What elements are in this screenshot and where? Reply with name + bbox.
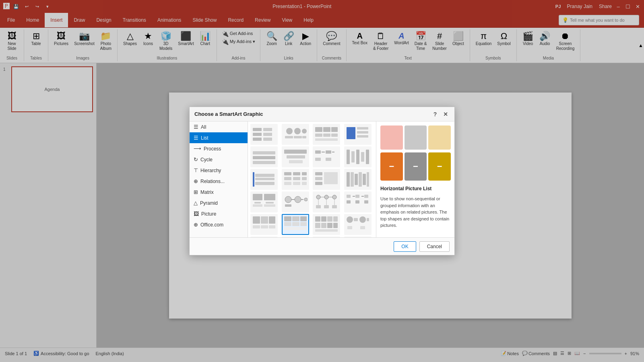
cat-relations[interactable]: ⊕ Relations... [190,176,248,187]
svg-rect-85 [324,205,329,208]
cat-officecom[interactable]: ⊕ Office.com [190,219,248,230]
svg-rect-18 [315,138,338,141]
svg-rect-113 [321,223,326,228]
graphic-item[interactable] [250,124,278,145]
graphic-item[interactable] [313,191,340,212]
svg-rect-14 [331,127,338,132]
svg-rect-64 [367,172,369,187]
svg-rect-94 [364,200,368,204]
svg-rect-44 [253,182,254,186]
svg-point-80 [332,195,336,199]
graphic-item[interactable] [344,214,372,235]
cat-all[interactable]: ☰ All [190,121,248,132]
svg-rect-25 [253,161,275,164]
cat-picture[interactable]: 🖼 Picture [190,208,248,219]
cat-list-icon: ☰ [194,135,198,141]
svg-rect-42 [253,178,254,180]
graphic-item[interactable] [282,169,309,190]
cat-cycle-label: Cycle [200,157,213,162]
svg-rect-43 [255,178,275,180]
cat-cycle[interactable]: ↻ Cycle [190,154,248,165]
svg-rect-26 [284,150,307,154]
preview-name: Horizontal Picture List [380,186,450,191]
svg-rect-49 [284,177,291,180]
graphic-item[interactable] [344,146,372,167]
graphic-item[interactable] [250,214,278,235]
svg-rect-31 [326,150,331,154]
graphic-item[interactable] [313,124,340,145]
svg-rect-67 [253,204,262,207]
svg-rect-27 [287,155,305,158]
cancel-button[interactable]: Cancel [419,241,450,252]
svg-rect-70 [264,204,275,207]
graphic-item[interactable] [250,169,278,190]
cat-list-label: List [201,135,208,141]
svg-rect-61 [355,174,358,185]
svg-rect-36 [351,151,355,162]
preview-cell-bottom-1: − [380,152,403,181]
svg-rect-13 [323,127,330,132]
dialog-help-button[interactable]: ? [431,110,439,118]
graphic-item[interactable] [282,146,309,167]
graphic-item[interactable] [313,214,340,235]
svg-rect-0 [253,128,262,131]
cat-process-label: Process [204,146,221,152]
svg-rect-21 [357,135,368,138]
svg-rect-10 [294,136,302,138]
svg-rect-17 [331,134,338,137]
svg-rect-59 [347,172,350,187]
cat-matrix[interactable]: ⊞ Matrix [190,187,248,197]
svg-rect-68 [264,194,275,200]
svg-rect-1 [253,133,262,136]
svg-rect-5 [263,138,272,141]
svg-rect-9 [285,136,293,138]
svg-rect-57 [315,182,322,185]
svg-rect-65 [253,194,262,200]
svg-point-78 [316,195,320,199]
cat-all-label: All [201,124,206,130]
svg-rect-106 [300,222,307,226]
svg-rect-34 [326,158,331,161]
graphic-item[interactable] [250,191,278,212]
svg-rect-118 [354,218,358,221]
svg-rect-29 [315,150,321,154]
graphic-item[interactable] [250,146,278,167]
svg-rect-51 [302,177,307,180]
svg-rect-46 [284,172,291,175]
svg-rect-23 [253,151,275,154]
cat-process[interactable]: ⟶ Process [190,143,248,154]
graphic-item[interactable] [282,124,309,145]
svg-rect-93 [355,200,359,204]
graphic-item[interactable] [313,146,340,167]
dialog-title: Choose a SmartArt Graphic [194,111,263,117]
svg-rect-47 [293,172,300,175]
graphic-item[interactable] [344,124,372,145]
svg-point-119 [359,216,366,223]
dialog-close-button[interactable]: ✕ [442,110,450,118]
svg-rect-58 [324,172,338,184]
svg-rect-60 [351,172,354,187]
svg-rect-108 [315,216,320,222]
svg-rect-110 [327,216,332,222]
graphic-item[interactable] [344,191,372,212]
graphic-item[interactable] [344,169,372,190]
svg-rect-87 [347,195,351,198]
svg-rect-95 [253,216,260,224]
graphic-item[interactable] [313,169,340,190]
cat-pyramid[interactable]: △ Pyramid [190,197,248,208]
svg-rect-3 [263,128,272,131]
smartart-dialog: Choose a SmartArt Graphic ? ✕ ☰ All ☰ Li… [189,107,455,255]
cat-hierarchy[interactable]: ⊤ Hierarchy [190,165,248,176]
cat-list[interactable]: ☰ List [190,132,248,143]
graphic-item[interactable] [282,191,309,212]
svg-rect-33 [315,158,321,161]
dialog-footer: OK Cancel [190,237,454,255]
svg-point-7 [294,128,301,134]
graphic-item-selected[interactable] [282,214,309,235]
svg-rect-41 [255,174,275,177]
cat-hierarchy-icon: ⊤ [194,167,198,173]
preview-cell-bottom-3: − [428,152,451,181]
preview-cell-top-2 [405,125,427,150]
ok-button[interactable]: OK [394,241,416,252]
graphic-list [248,121,376,237]
